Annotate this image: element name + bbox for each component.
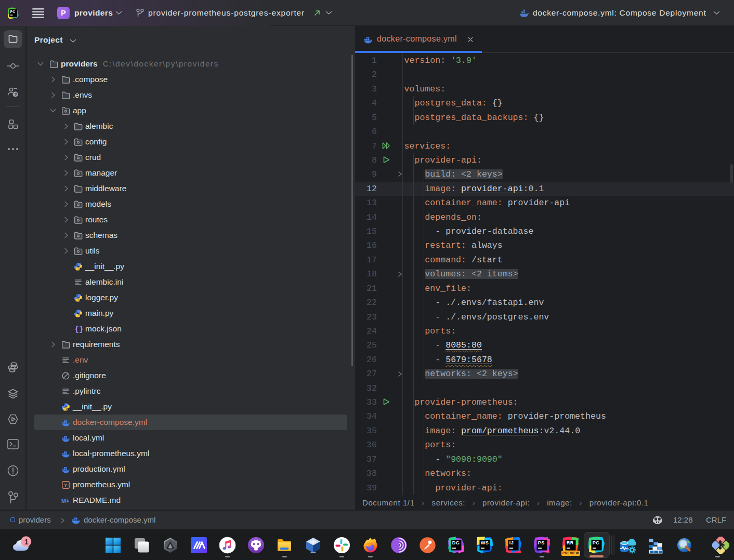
svg-text:RR: RR [567,540,574,545]
svg-text:?: ? [14,92,17,97]
svg-text:WS: WS [481,540,489,545]
svg-text:IJ: IJ [509,540,514,545]
svg-text:PC: PC [593,540,600,545]
svg-text:PC: PC [10,10,16,14]
svg-text:PS: PS [538,540,545,545]
svg-text:1: 1 [24,538,29,546]
svg-text:DG: DG [452,540,460,545]
